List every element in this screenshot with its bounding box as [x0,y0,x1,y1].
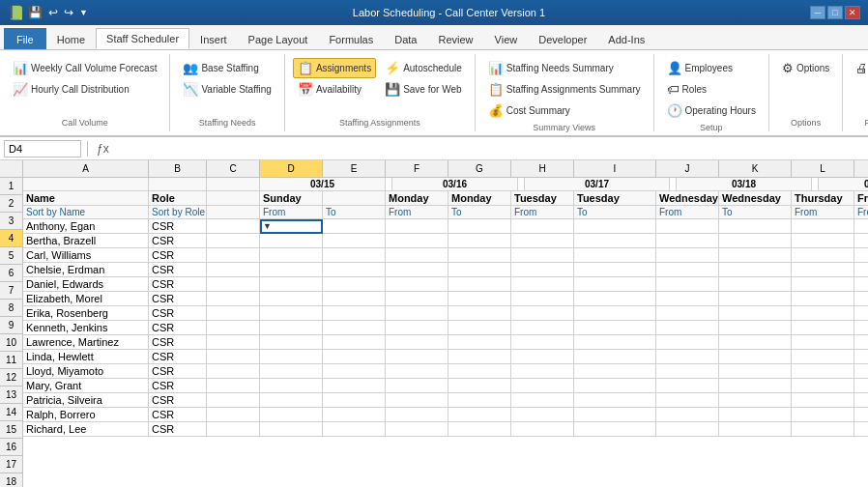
cell-J10[interactable] [656,306,719,321]
cell-H13[interactable] [511,350,574,364]
print-button[interactable]: 🖨 Print [851,58,868,78]
cell-G7[interactable] [448,263,511,277]
cell-C10[interactable] [207,306,260,321]
cell-L10[interactable] [792,306,854,321]
cell-I18[interactable] [574,422,656,437]
cell-M18[interactable] [854,422,868,437]
weekly-call-volume-button[interactable]: 📊 Weekly Call Volume Forecast [8,58,161,78]
cell-H16[interactable] [511,393,574,408]
cell-E8[interactable] [323,277,386,292]
cell-C8[interactable] [207,277,260,292]
cell-A16[interactable]: Patricia, Silveira [23,393,149,408]
cell-J5[interactable] [656,234,719,248]
cell-G14[interactable] [448,364,511,379]
dropdown-icon[interactable]: ▼ [79,8,88,17]
cell-L5[interactable] [792,234,854,248]
cell-D15[interactable] [260,379,323,393]
cell-K7[interactable] [719,263,792,277]
cell-C2[interactable] [207,191,260,206]
cell-D1[interactable]: 03/15 [260,178,386,191]
cell-D16[interactable] [260,393,323,408]
cell-I8[interactable] [574,277,656,292]
grid-content[interactable]: 03/15 03/16 03/17 03/18 03/19 Name Role … [23,178,868,487]
cell-H9[interactable] [511,292,574,306]
autoschedule-button[interactable]: ⚡ Autoschedule [380,58,467,78]
cell-L9[interactable] [792,292,854,306]
cell-H5[interactable] [511,234,574,248]
cell-J14[interactable] [656,364,719,379]
cell-L17[interactable] [792,408,854,422]
cell-M2[interactable]: Friday [854,191,868,206]
cell-C15[interactable] [207,379,260,393]
cell-J12[interactable] [656,335,719,350]
cell-H14[interactable] [511,364,574,379]
cell-K14[interactable] [719,364,792,379]
cell-F1[interactable]: 03/16 [392,178,518,191]
tab-insert[interactable]: Insert [189,28,238,49]
cell-I15[interactable] [574,379,656,393]
cell-B5[interactable]: CSR [149,234,207,248]
cell-G4[interactable] [448,219,511,234]
fx-icon[interactable]: ƒx [94,142,112,156]
cell-K11[interactable] [719,321,792,335]
cell-M7[interactable] [854,263,868,277]
cell-D13[interactable] [260,350,323,364]
cell-E3[interactable]: To [323,206,386,219]
cell-B18[interactable]: CSR [149,422,207,437]
undo-icon[interactable]: ↩ [48,6,58,19]
cell-C7[interactable] [207,263,260,277]
cell-M5[interactable] [854,234,868,248]
cell-B12[interactable]: CSR [149,335,207,350]
cell-H1[interactable]: 03/17 [525,178,670,191]
cell-L11[interactable] [792,321,854,335]
cell-M12[interactable] [854,335,868,350]
cell-L18[interactable] [792,422,854,437]
cell-F14[interactable] [386,364,448,379]
cell-J17[interactable] [656,408,719,422]
cell-C18[interactable] [207,422,260,437]
cell-D8[interactable] [260,277,323,292]
cell-F3[interactable]: From [386,206,448,219]
cell-B11[interactable]: CSR [149,321,207,335]
cell-J1[interactable]: 03/18 [677,178,812,191]
cell-C17[interactable] [207,408,260,422]
cell-I4[interactable] [574,219,656,234]
employees-button[interactable]: 👤 Employees [662,58,761,78]
cell-A17[interactable]: Ralph, Borrero [23,408,149,422]
staffing-assignments-summary-button[interactable]: 📋 Staffing Assignments Summary [483,79,646,100]
cell-D3[interactable]: From [260,206,323,219]
cell-G11[interactable] [448,321,511,335]
cell-I7[interactable] [574,263,656,277]
cell-G8[interactable] [448,277,511,292]
cell-I13[interactable] [574,350,656,364]
tab-developer[interactable]: Developer [528,28,597,49]
cell-A2[interactable]: Name [23,191,149,206]
tab-staff-scheduler[interactable]: Staff Scheduler [96,28,189,49]
cell-K15[interactable] [719,379,792,393]
cell-G15[interactable] [448,379,511,393]
cell-K5[interactable] [719,234,792,248]
cell-H10[interactable] [511,306,574,321]
cell-F6[interactable] [386,248,448,263]
operating-hours-button[interactable]: 🕐 Operating Hours [662,100,761,121]
cell-F16[interactable] [386,393,448,408]
cell-D17[interactable] [260,408,323,422]
cell-A15[interactable]: Mary, Grant [23,379,149,393]
cell-H3[interactable]: From [511,206,574,219]
cell-M14[interactable] [854,364,868,379]
staffing-needs-summary-button[interactable]: 📊 Staffing Needs Summary [483,58,646,78]
cell-E11[interactable] [323,321,386,335]
cell-J6[interactable] [656,248,719,263]
cell-D11[interactable] [260,321,323,335]
cell-F2[interactable]: Monday [386,191,448,206]
cell-G6[interactable] [448,248,511,263]
cell-L4[interactable] [792,219,854,234]
cell-G9[interactable] [448,292,511,306]
cell-H11[interactable] [511,321,574,335]
availability-button[interactable]: 📅 Availability [293,79,376,100]
cell-K4[interactable] [719,219,792,234]
cell-D5[interactable] [260,234,323,248]
cell-J2[interactable]: Wednesday [656,191,719,206]
cell-F15[interactable] [386,379,448,393]
cell-C5[interactable] [207,234,260,248]
